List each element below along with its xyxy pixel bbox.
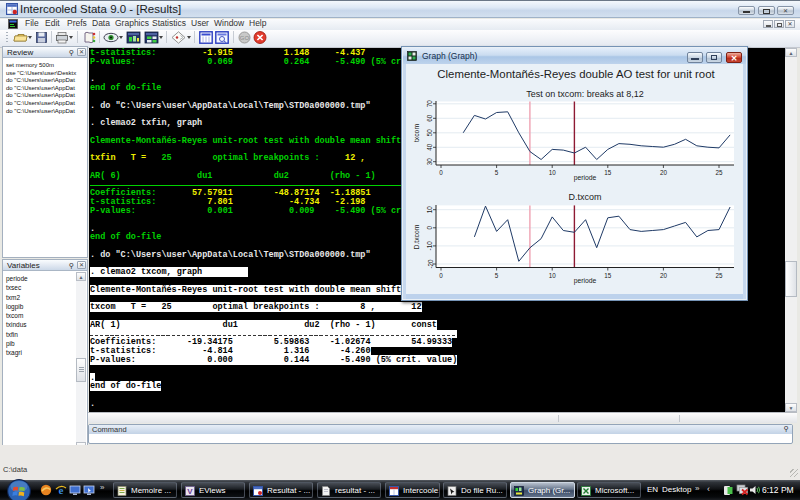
svg-text:25: 25 xyxy=(715,169,723,176)
svg-text:0: 0 xyxy=(427,226,434,230)
svg-text:-10: -10 xyxy=(427,241,434,251)
svg-text:70: 70 xyxy=(427,100,434,108)
svg-text:50: 50 xyxy=(427,129,434,137)
svg-text:0: 0 xyxy=(439,169,443,176)
svg-text:5: 5 xyxy=(495,272,499,279)
svg-text:txcom: txcom xyxy=(413,124,420,142)
svg-text:D.txcom: D.txcom xyxy=(568,192,601,202)
svg-text:60: 60 xyxy=(427,114,434,122)
svg-text:15: 15 xyxy=(604,169,612,176)
svg-text:0: 0 xyxy=(439,272,443,279)
svg-text:40: 40 xyxy=(427,143,434,151)
svg-text:periode: periode xyxy=(574,174,597,182)
svg-text:GO: GO xyxy=(240,35,250,41)
svg-text:Test on txcom: breaks at 8,12: Test on txcom: breaks at 8,12 xyxy=(526,89,644,99)
svg-text:20: 20 xyxy=(660,272,668,279)
svg-text:10: 10 xyxy=(549,169,557,176)
svg-text:periode: periode xyxy=(574,277,597,285)
svg-text:5: 5 xyxy=(495,169,499,176)
svg-text:30: 30 xyxy=(427,158,434,166)
svg-text:Clemente-Montañés-Reyes double: Clemente-Montañés-Reyes double AO test f… xyxy=(437,68,715,80)
svg-text:10: 10 xyxy=(427,206,434,214)
svg-text:-20: -20 xyxy=(427,259,434,269)
svg-text:D.txcom: D.txcom xyxy=(413,224,420,249)
svg-text:20: 20 xyxy=(660,169,668,176)
svg-text:25: 25 xyxy=(715,272,723,279)
svg-text:15: 15 xyxy=(604,272,612,279)
svg-text:e: e xyxy=(59,484,64,496)
svg-text:V: V xyxy=(187,487,193,496)
svg-text:10: 10 xyxy=(549,272,557,279)
